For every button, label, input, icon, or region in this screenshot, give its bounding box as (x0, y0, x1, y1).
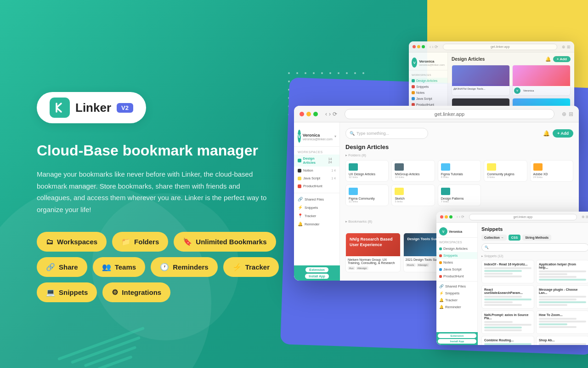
decorative-stripes (55, 342, 147, 368)
tracker-button[interactable]: ⚡ Tracker (223, 257, 279, 277)
bookmark-thumbnail-1 (452, 65, 509, 86)
reminders-icon: 🕐 (160, 263, 169, 271)
snippet-card-1[interactable]: IndexOf - Read 16 Hydroliz... (481, 260, 534, 283)
secondary-section-title: Design Articles (452, 57, 485, 62)
sidebar-count-js: 1 4 (331, 177, 336, 180)
unlimited-bookmarks-button[interactable]: 🔖 Unlimited Bookmarks (174, 232, 276, 252)
search-placeholder: Type something... (356, 131, 389, 136)
tracker-icon: ⚡ (232, 263, 242, 271)
search-bar[interactable]: 🔍 Type something... (345, 128, 428, 139)
ss2-sidebar-notes[interactable]: Notes (409, 90, 447, 96)
folder-icon-nn (395, 163, 404, 171)
user-dropdown-icon[interactable]: ▾ (334, 134, 336, 138)
sidebar-count-notion: 1 4 (331, 169, 336, 172)
snippet-card-2[interactable]: Application helper (from help... (536, 260, 588, 283)
snippet-card-8[interactable]: Shop Ab... (536, 336, 588, 345)
folder-icon-figma (441, 163, 450, 171)
mini-browser-chrome: ‹ › ⟳ get.linker.app ⊕ ⊞ (409, 41, 574, 52)
snippet-card-3[interactable]: React useState&searchParam... (481, 285, 534, 309)
page-headline: Cloud-Base bookmark manager (37, 142, 303, 159)
minimize-button[interactable] (306, 112, 311, 116)
snippets-button[interactable]: 💻 Snippets (37, 282, 97, 302)
reminders-button[interactable]: 🕐 Reminders (151, 257, 218, 277)
notification-icon[interactable]: 🔔 (543, 130, 550, 137)
search-icon: 🔍 (350, 131, 355, 136)
snippets-screenshot: ‹ › ⟳ get.linker.app ⊕ ⊞ V Veronica WORK… (436, 212, 588, 345)
folder-adobe-xd[interactable]: Adobe XD 24 links (530, 160, 573, 182)
snippets-icon: 💻 (46, 288, 55, 297)
folder-icon-ux (349, 163, 358, 171)
snippets-collections: Collection → CSS String Methods (481, 235, 588, 241)
css-label[interactable]: CSS (509, 235, 520, 241)
snippets-install-bar: Extension Install App (436, 332, 478, 345)
sn-sidebar-js[interactable]: Java Script (436, 266, 477, 273)
folders-grid: UX Design Articles 32 links NNGroup Arti… (345, 160, 573, 206)
extension-btn[interactable]: Extension (305, 267, 328, 272)
folder-icon-xd (533, 163, 543, 171)
snippets-sidebar: V Veronica WORKSPACES Design Articles Sn… (436, 223, 478, 345)
sn-sidebar-tracker[interactable]: ⚡ Snippets (436, 290, 477, 297)
sn-sidebar-notes[interactable]: Notes (436, 259, 477, 266)
sn-sidebar-design[interactable]: Design Articles (436, 245, 477, 252)
folders-button[interactable]: 📁 Folders (112, 232, 168, 252)
folder-figma-community[interactable]: Figma Community 11 links (345, 184, 389, 206)
add-button[interactable]: + Add (553, 129, 573, 138)
forward-arrow-icon[interactable]: › (329, 111, 331, 117)
maximize-button[interactable] (313, 112, 318, 116)
folder-design-patterns[interactable]: Design Patterns 7 links (438, 184, 481, 206)
logo-name: Linker (75, 101, 111, 115)
teams-icon: 👥 (102, 263, 111, 271)
folder-nngroup[interactable]: NNGroup Articles 14 links (391, 160, 435, 182)
sn-sidebar-ph[interactable]: ProductHunt (436, 273, 477, 280)
sidebar-count-design: 14 24 (328, 157, 336, 164)
folders-icon: 📁 (121, 237, 130, 246)
teams-button[interactable]: 👥 Teams (93, 257, 145, 277)
snippet-card-4[interactable]: Message plugin - Choose Lan... (536, 285, 588, 309)
snippets-address-bar: get.linker.app (469, 214, 577, 220)
collection-label[interactable]: Collection → (481, 235, 507, 241)
feature-buttons: 🗂 Workspaces 📁 Folders 🔖 Unlimited Bookm… (37, 232, 303, 302)
folders-section: ▸ Folders (8) UX Design Articles 32 link… (345, 153, 573, 218)
folder-icon-dp (441, 188, 450, 195)
snippets-extension-btn[interactable]: Extension (438, 334, 476, 338)
reload-icon[interactable]: ⟳ (333, 111, 337, 117)
snippets-mini-chrome: ‹ › ⟳ get.linker.app ⊕ ⊞ (436, 212, 588, 223)
snippets-content: V Veronica WORKSPACES Design Articles Sn… (436, 223, 588, 345)
sn-sidebar-snippets[interactable]: Snippets (436, 252, 477, 259)
snippet-card-7[interactable]: Combine Routing... (481, 336, 534, 345)
string-methods-label[interactable]: String Methods (522, 235, 551, 241)
bookmark-label-1: ДИЗНАТЫ Design Tools... (452, 86, 509, 92)
install-app-btn[interactable]: Install App (305, 274, 329, 279)
sn-sidebar-reminder2[interactable]: 🔔 Reminder (436, 304, 477, 310)
workspaces-icon: 🗂 (46, 238, 53, 246)
logo-icon (50, 98, 70, 118)
snippet-card-6[interactable]: How To Zoom... (536, 310, 588, 334)
section-title: Design Articles (345, 144, 573, 150)
share-button[interactable]: 🔗 Share (37, 257, 87, 277)
bookmark-1[interactable]: NN/g Research Based User Experience Niel… (345, 233, 401, 272)
folder-community-plugins[interactable]: Community plugins 3 links (484, 160, 527, 182)
workspaces-button[interactable]: 🗂 Workspaces (37, 232, 107, 252)
bookmark-thumbnail-2 (513, 65, 570, 86)
folder-ux-design[interactable]: UX Design Articles 32 links (345, 160, 389, 182)
right-panel: ‹ › ⟳ get.linker.app ⊕ ⊞ V Veronica vero… (266, 0, 588, 368)
integrations-button[interactable]: ⚙ Integrations (102, 282, 170, 302)
snippets-install-btn[interactable]: Install App (438, 339, 476, 344)
bookmark-title-1: Nielsen Norman Group: UX Training, Consu… (346, 256, 400, 266)
ss2-sidebar-design[interactable]: Design Articles (409, 78, 447, 84)
snippet-card-5[interactable]: NaN.Prompt: axios in Source Pla... (481, 310, 534, 334)
app-main-header: 🔍 Type something... 🔔 + Add (345, 128, 573, 139)
folder-figma-tutorials[interactable]: Figma Tutorials 8 links (438, 160, 481, 182)
ss2-bookmark-2: V Veronica (512, 65, 571, 96)
folders-label: ▸ Folders (8) (345, 153, 573, 157)
sn-sidebar-shared[interactable]: 🔗 Shared Files (436, 283, 477, 290)
snippets-workspaces-label: WORKSPACES (436, 239, 477, 245)
sn-sidebar-reminder[interactable]: 🔔 Tracker (436, 297, 477, 304)
ss2-sidebar-snippets[interactable]: Snippets (409, 84, 447, 90)
bookmark-thumb-1: NN/g Research Based User Experience (346, 233, 400, 256)
address-bar[interactable]: get.linker.app (345, 109, 554, 119)
secondary-toolbar: Design Articles 🔔 + Add (452, 56, 571, 62)
ss2-sidebar-js[interactable]: Java Script (409, 96, 447, 102)
back-arrow-icon[interactable]: ‹ (325, 111, 327, 117)
folder-sketch[interactable]: Sketch 5 links (391, 184, 435, 206)
